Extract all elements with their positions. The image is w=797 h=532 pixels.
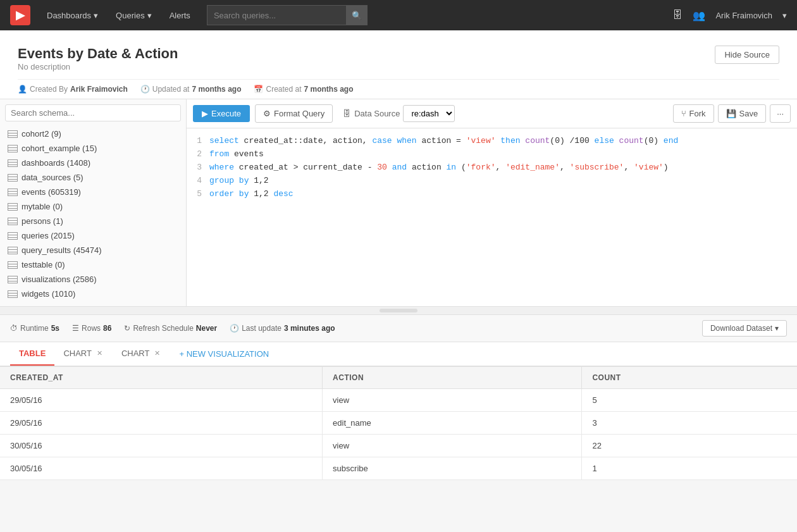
schema-table-item[interactable]: query_results (45474)	[5, 243, 181, 257]
fork-label: Fork	[689, 109, 706, 118]
schema-table-name: testtable (0)	[22, 260, 65, 269]
code-editor[interactable]: 1select created_at::date, action, case w…	[187, 128, 797, 306]
line-content: where created_at > current_date - 30 and…	[209, 161, 797, 175]
hide-source-button[interactable]: Hide Source	[715, 46, 779, 64]
page-title: Events by Date & Action	[18, 46, 178, 62]
schema-table-item[interactable]: mytable (0)	[5, 199, 181, 214]
table-cell: 3	[582, 412, 797, 435]
user-chevron-icon: ▾	[782, 11, 787, 20]
user-menu[interactable]: Arik Fraimovich	[715, 11, 772, 20]
clock-icon: 🕐	[140, 85, 150, 94]
table-body: 29/05/16view529/05/16edit_name330/05/16v…	[0, 389, 797, 480]
more-options-button[interactable]: ···	[770, 104, 791, 123]
created-value: 7 months ago	[304, 85, 354, 94]
line-content: from events	[209, 148, 797, 161]
save-label: Save	[739, 109, 758, 118]
tab-close-icon[interactable]: ✕	[153, 349, 161, 357]
table-icon	[8, 159, 18, 167]
editor-toolbar: ▶ Execute ⚙ Format Query 🗄 Data Source r…	[187, 99, 797, 128]
schema-table-item[interactable]: queries (2015)	[5, 228, 181, 243]
tab-table-0[interactable]: TABLE	[10, 342, 54, 366]
tab-label: TABLE	[19, 349, 46, 358]
table-cell: 5	[582, 389, 797, 412]
schema-table-item[interactable]: testtable (0)	[5, 257, 181, 272]
line-number: 3	[187, 161, 209, 175]
tab-chart-2[interactable]: CHART✕	[113, 342, 171, 366]
format-button[interactable]: ⚙ Format Query	[255, 104, 333, 123]
schema-sidebar: cohort2 (9)cohort_example (15)dashboards…	[0, 99, 187, 306]
table-icon	[8, 203, 18, 211]
schema-table-item[interactable]: cohort_example (15)	[5, 141, 181, 156]
schema-table-item[interactable]: data_sources (5)	[5, 170, 181, 185]
chevron-down-icon: ▾	[147, 11, 152, 20]
table-cell: 29/05/16	[0, 412, 323, 435]
tab-close-icon[interactable]: ✕	[96, 349, 104, 357]
schema-table-name: cohort_example (15)	[22, 144, 97, 153]
table-icon	[8, 174, 18, 182]
schema-table-item[interactable]: events (605319)	[5, 185, 181, 199]
table-cell: view	[323, 435, 582, 457]
add-visualization-button[interactable]: + NEW VISUALIZATION	[170, 343, 278, 365]
download-button[interactable]: Download Dataset ▾	[702, 320, 787, 337]
created-label: Created at	[266, 85, 301, 94]
search-input[interactable]	[207, 5, 346, 25]
table-cell: 30/05/16	[0, 457, 323, 480]
refresh-value: Never	[196, 324, 217, 333]
code-line: 1select created_at::date, action, case w…	[187, 135, 797, 148]
fork-icon: ⑂	[681, 109, 686, 118]
app-logo[interactable]: ▶	[10, 5, 30, 25]
table-row: 30/05/16view22	[0, 435, 797, 457]
line-number: 5	[187, 188, 209, 201]
schema-table-item[interactable]: visualizations (2586)	[5, 272, 181, 287]
last-update-item: 🕐 Last update 3 minutes ago	[230, 324, 335, 333]
drag-handle[interactable]	[380, 309, 417, 312]
table-cell: 30/05/16	[0, 435, 323, 457]
table-cell: 1	[582, 457, 797, 480]
schema-table-item[interactable]: dashboards (1408)	[5, 156, 181, 170]
tab-label: CHART	[121, 349, 150, 358]
users-icon[interactable]: 👥	[693, 9, 705, 22]
page-header: Events by Date & Action No description H…	[18, 46, 779, 77]
execute-button[interactable]: ▶ Execute	[193, 105, 250, 122]
datasource-section: 🗄 Data Source re:dash	[343, 105, 455, 122]
schema-table-name: data_sources (5)	[22, 173, 83, 182]
code-line: 3where created_at > current_date - 30 an…	[187, 161, 797, 175]
download-section: Download Dataset ▾	[702, 320, 787, 337]
schema-search-input[interactable]	[5, 104, 181, 121]
tabs-bar: TABLECHART✕CHART✕+ NEW VISUALIZATION	[0, 342, 797, 366]
schema-table-item[interactable]: cohort2 (9)	[5, 127, 181, 141]
chevron-down-icon: ▾	[775, 324, 779, 333]
fork-button[interactable]: ⑂ Fork	[673, 104, 714, 123]
data-table: CREATED_ATACTIONCOUNT 29/05/16view529/05…	[0, 366, 797, 480]
nav-alerts[interactable]: Alerts	[163, 11, 197, 20]
runtime-item: ⏱ Runtime 5s	[10, 324, 59, 333]
toolbar-right: ⑂ Fork 💾 Save ···	[673, 104, 791, 123]
schema-table-item[interactable]: widgets (1010)	[5, 287, 181, 301]
table-cell: view	[323, 389, 582, 412]
save-button[interactable]: 💾 Save	[718, 104, 767, 123]
schema-table-name: queries (2015)	[22, 231, 75, 240]
datasource-select[interactable]: re:dash	[403, 105, 455, 122]
format-icon: ⚙	[263, 109, 271, 118]
table-cell: subscribe	[323, 457, 582, 480]
play-icon: ▶	[202, 109, 208, 118]
schema-table-item[interactable]: persons (1)	[5, 214, 181, 228]
table-icon	[8, 232, 18, 240]
runtime-value: 5s	[51, 324, 59, 333]
navbar-right: 🗄 👥 Arik Fraimovich ▾	[672, 9, 787, 22]
database-icon[interactable]: 🗄	[672, 9, 683, 21]
search-button[interactable]: 🔍	[346, 5, 368, 25]
nav-queries[interactable]: Queries ▾	[109, 11, 158, 20]
query-editor-wrap: ▶ Execute ⚙ Format Query 🗄 Data Source r…	[187, 99, 797, 306]
table-icon	[8, 145, 18, 152]
schema-table-name: query_results (45474)	[22, 245, 101, 255]
line-content: group by 1,2	[209, 175, 797, 188]
table-row: 29/05/16view5	[0, 389, 797, 412]
refresh-icon: ↻	[124, 324, 130, 333]
tab-chart-1[interactable]: CHART✕	[54, 342, 113, 366]
code-line: 4group by 1,2	[187, 175, 797, 188]
rows-label: Rows	[82, 324, 101, 333]
rows-item: ☰ Rows 86	[72, 324, 111, 333]
nav-dashboards[interactable]: Dashboards ▾	[40, 11, 104, 20]
update-icon: 🕐	[230, 324, 239, 333]
